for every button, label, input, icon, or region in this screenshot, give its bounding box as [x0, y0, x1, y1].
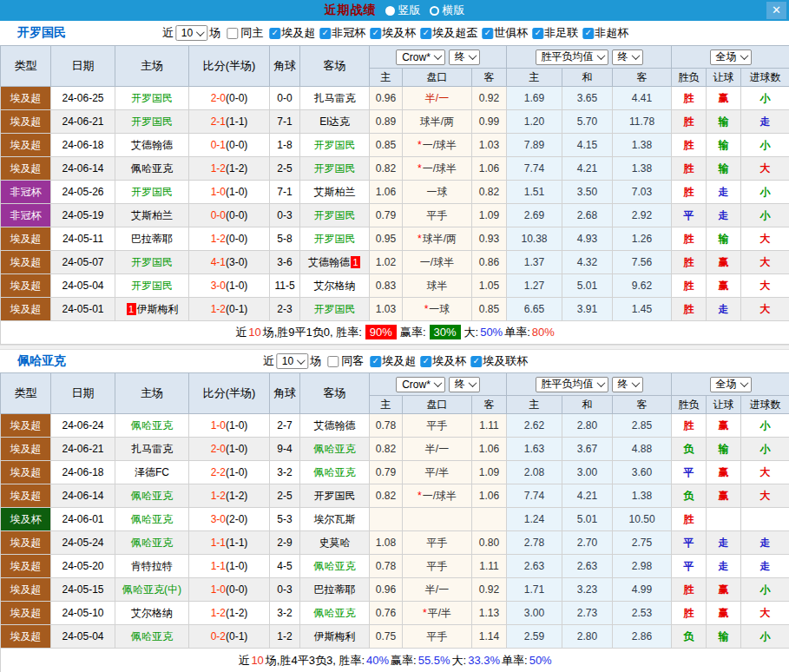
eu-away-odds: 11.78 [613, 110, 672, 134]
odds-company-select[interactable]: Crow* [396, 377, 445, 392]
eu-home-odds: 2.59 [507, 625, 562, 649]
ah-away-odds: 1.06 [472, 157, 507, 181]
league-badge: 埃及超 [1, 438, 51, 461]
result-goals: 大 [741, 298, 789, 321]
section-header-bar: 开罗国民近10场同主✓埃及超✓非冠杯✓埃及杯✓埃及超盃✓世俱杯✓非足联✓非超杯 [0, 21, 789, 45]
match-score: 1-1(1-0) [189, 555, 270, 578]
away-team-name: 艾德翰德 [314, 419, 356, 432]
final-average-select[interactable]: 终 [612, 377, 643, 392]
ah-line: *一/球半 [403, 157, 472, 181]
result-goals-text: 小 [760, 443, 771, 455]
away-team-name: 佩哈亚克 [314, 560, 356, 572]
match-score: 1-0(0-0) [189, 578, 270, 602]
match-count-select[interactable]: 10 [276, 353, 308, 369]
corner-score: 1-2 [270, 625, 300, 649]
match-date: 24-05-15 [51, 578, 115, 602]
result-wdl: 负 [672, 484, 707, 508]
result-goals-text: 大 [760, 233, 771, 245]
league-checkbox[interactable]: ✓ [269, 28, 280, 39]
league-checkbox[interactable]: ✓ [319, 28, 331, 39]
halftime-score: (3-0) [226, 256, 247, 268]
result-wdl-text: 胜 [684, 233, 694, 245]
ah-home-odds: 0.82 [370, 484, 403, 508]
average-odds-select[interactable]: 胜平负均值 [536, 49, 608, 65]
radio-vertical[interactable]: 竖版 [385, 3, 421, 18]
match-date: 24-06-21 [51, 110, 115, 134]
result-goals: 小 [741, 204, 789, 227]
league-badge: 埃及超 [1, 461, 51, 484]
match-score: 4-1(3-0) [189, 251, 270, 274]
fulltime-score: 0-0 [211, 209, 226, 221]
away-team: 开罗国民 [300, 204, 370, 227]
sub-column-header: 主 [507, 396, 562, 414]
fulltime-score: 2-1 [211, 115, 226, 128]
team-name: 佩哈亚克 [17, 353, 66, 369]
result-wdl-text: 胜 [684, 280, 694, 292]
match-score: 1-0(1-0) [189, 181, 270, 204]
result-handicap-text: 输 [719, 139, 729, 151]
result-handicap: 赢 [707, 484, 741, 508]
same-venue-checkbox[interactable] [327, 356, 339, 367]
result-handicap: 走 [707, 298, 741, 321]
final-odds-select[interactable]: 终 [449, 377, 480, 392]
league-checkbox[interactable]: ✓ [370, 356, 381, 367]
full-match-select[interactable]: 全场 [710, 49, 752, 65]
radio-horizontal[interactable]: 横版 [430, 3, 465, 18]
summary-segment: 场,胜4平3负3, 胜率: [266, 654, 365, 667]
corner-score: 5-8 [270, 227, 300, 251]
column-header: 日期 [51, 373, 115, 414]
result-handicap: 赢 [707, 414, 741, 438]
match-row: 非冠杯24-05-26开罗国民1-0(1-0)7-1艾斯柏兰1.06一球0.82… [1, 181, 789, 204]
match-count-select[interactable]: 10 [175, 25, 207, 41]
league-checkbox[interactable]: ✓ [370, 28, 381, 39]
league-checkbox[interactable]: ✓ [582, 28, 594, 39]
fulltime-score: 2-0 [211, 443, 226, 455]
home-team: 巴拉蒂耶 [115, 227, 189, 251]
home-team-name: 艾德翰德 [131, 139, 173, 151]
ah-line-text: 半/一 [425, 92, 449, 104]
result-goals-text: 走 [760, 560, 771, 572]
fulltime-score: 1-0 [211, 186, 226, 198]
result-wdl-text: 平 [684, 466, 694, 478]
eu-away-odds: 7.03 [613, 181, 672, 204]
chevron-down-icon [297, 356, 306, 365]
ah-home-odds: 0.79 [370, 461, 403, 484]
column-header: 客场 [300, 46, 370, 87]
final-odds-select[interactable]: 终 [449, 49, 480, 65]
ah-line: 平手 [403, 531, 472, 555]
result-wdl: 胜 [672, 274, 707, 298]
league-checkbox[interactable]: ✓ [420, 356, 431, 367]
match-row: 埃及超24-06-21扎马雷克2-0(1-0)9-4佩哈亚克0.82半/一1.0… [1, 438, 789, 461]
ah-line-text: 一球 [427, 186, 448, 198]
result-goals-text: 小 [760, 630, 771, 642]
eu-draw-odds: 4.21 [562, 157, 613, 181]
league-checkbox[interactable]: ✓ [470, 356, 482, 367]
league-checkbox[interactable]: ✓ [532, 28, 543, 39]
average-odds-select[interactable]: 胜平负均值 [536, 377, 608, 392]
eu-away-odds: 2.75 [613, 531, 672, 555]
odds-company-select[interactable]: Crow* [396, 49, 445, 65]
full-match-select[interactable]: 全场 [710, 377, 752, 392]
radio-horizontal-label: 横版 [443, 3, 465, 18]
result-wdl: 胜 [672, 414, 707, 438]
close-button[interactable]: ✕ [766, 2, 786, 19]
radio-unselected-icon [430, 6, 439, 16]
title-group: 近期战绩 竖版 横版 [325, 3, 465, 18]
result-goals: 小 [741, 134, 789, 157]
check-icon: ✓ [321, 29, 328, 37]
result-handicap-text: 赢 [719, 607, 729, 619]
result-wdl-text: 胜 [684, 303, 694, 315]
result-goals-text: 小 [760, 419, 771, 432]
eu-draw-odds: 3.23 [562, 578, 613, 602]
ah-line-text: 平手 [427, 630, 448, 642]
match-date: 24-05-26 [51, 181, 115, 204]
league-checkbox[interactable]: ✓ [482, 28, 493, 39]
final-average-select[interactable]: 终 [612, 49, 643, 65]
same-venue-checkbox[interactable] [227, 28, 238, 39]
check-icon: ✓ [483, 29, 490, 37]
ah-away-odds: 1.09 [472, 461, 507, 484]
league-checkbox[interactable]: ✓ [420, 28, 431, 39]
eu-home-odds: 1.71 [507, 578, 562, 602]
radio-selected-icon [385, 6, 395, 16]
ah-away-odds: 1.11 [472, 414, 507, 438]
